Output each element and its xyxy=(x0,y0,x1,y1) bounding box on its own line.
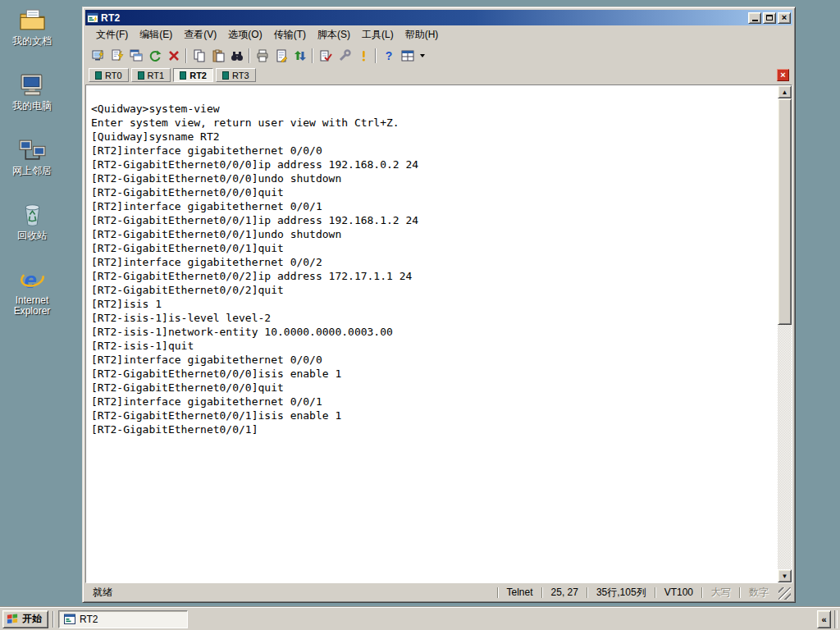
terminal-line: [Quidway]sysname RT2 xyxy=(91,130,778,144)
session-status-icon xyxy=(138,71,144,80)
toolbar-overflow-button[interactable] xyxy=(417,47,427,65)
session-tab[interactable]: RT1 xyxy=(131,68,171,82)
resize-grip[interactable] xyxy=(778,587,791,600)
terminal-line: [RT2]interface gigabitethernet 0/0/0 xyxy=(91,353,778,367)
session-status-icon xyxy=(180,71,186,80)
session-tab[interactable]: RT3 xyxy=(216,68,256,82)
desktop-icon-my-computer[interactable]: 我的电脑 xyxy=(5,71,59,112)
connect-button[interactable] xyxy=(89,47,107,65)
taskbar-separator xyxy=(52,611,54,628)
global-options-button[interactable] xyxy=(335,47,354,65)
file-transfer-button[interactable] xyxy=(290,47,309,65)
maximize-icon xyxy=(766,15,773,21)
menu-item[interactable]: 工具(L) xyxy=(356,26,399,43)
menu-item[interactable]: 文件(F) xyxy=(90,26,134,43)
chevron-left-icon: « xyxy=(821,614,826,624)
recycle-bin-icon xyxy=(19,201,46,228)
windows-logo-icon xyxy=(7,613,19,625)
disconnect-button[interactable] xyxy=(164,47,183,65)
vertical-scrollbar[interactable]: ▲ ▼ xyxy=(778,85,792,582)
scroll-up-button[interactable]: ▲ xyxy=(778,85,792,98)
close-button[interactable]: × xyxy=(778,12,791,24)
network-places-icon xyxy=(19,136,46,163)
scrollbar-track[interactable] xyxy=(778,98,792,569)
menu-item[interactable]: 查看(V) xyxy=(178,26,222,43)
terminal-line: [RT2-GigabitEthernet0/0/1]undo shutdown xyxy=(91,227,778,241)
copy-button[interactable] xyxy=(189,47,208,65)
my-computer-icon xyxy=(19,71,46,98)
toolbar-separator xyxy=(249,48,250,63)
desktop-icon-label: 回收站 xyxy=(17,231,47,241)
menu-item[interactable]: 选项(O) xyxy=(222,26,267,43)
disconnect-icon xyxy=(167,49,180,62)
menu-item[interactable]: 帮助(H) xyxy=(399,26,445,43)
status-message: 就绪 xyxy=(85,586,497,600)
terminal-line: <Quidway>system-view xyxy=(91,102,778,116)
new-window-icon xyxy=(130,49,143,62)
session-options-button[interactable] xyxy=(316,47,335,65)
print-button[interactable] xyxy=(253,47,272,65)
internet-explorer-icon: e xyxy=(19,266,46,293)
tab-label: RT3 xyxy=(232,71,249,80)
toolbar-separator xyxy=(375,48,377,63)
reconnect-button[interactable] xyxy=(145,47,164,65)
log-session-button[interactable] xyxy=(272,47,290,65)
session-tab[interactable]: RT2 xyxy=(173,68,213,82)
terminal-line: [RT2-isis-1]network-entity 10.0000.0000.… xyxy=(91,325,778,339)
terminal-line: [RT2-GigabitEthernet0/0/0]ip address 192… xyxy=(91,158,778,171)
windows-button[interactable] xyxy=(398,47,417,65)
desktop-icon-label: Internet Explorer xyxy=(5,295,59,317)
menu-item[interactable]: 脚本(S) xyxy=(312,26,356,43)
desktop-icon-label: 我的电脑 xyxy=(12,101,52,112)
terminal-line: [RT2-isis-1]quit xyxy=(91,339,778,353)
terminal-line: [RT2-GigabitEthernet0/0/1]ip address 192… xyxy=(91,213,778,227)
minimize-button[interactable] xyxy=(748,12,761,24)
scrollbar-thumb[interactable] xyxy=(778,98,792,325)
desktop-icon-internet-explorer[interactable]: e Internet Explorer xyxy=(5,266,59,317)
desktop-icon-label: 我的文档 xyxy=(12,36,52,47)
terminal-window: RT2 × 文件(F)编辑(E)查看(V)选项(O)传输(T)脚本(S)工具(L… xyxy=(82,7,796,603)
terminal-line: [RT2-isis-1]is-level level-2 xyxy=(91,311,778,325)
terminal-output[interactable]: <Quidway>system-viewEnter system view, r… xyxy=(86,85,778,582)
terminal-line: [RT2]interface gigabitethernet 0/0/2 xyxy=(91,255,778,269)
terminal-app-icon xyxy=(87,12,98,24)
desktop-icon-my-documents[interactable]: 我的文档 xyxy=(5,7,59,47)
start-button[interactable]: 开始 xyxy=(2,610,48,628)
terminal-client-area: <Quidway>system-viewEnter system view, r… xyxy=(85,84,792,583)
paste-button[interactable] xyxy=(208,47,227,65)
tab-label: RT0 xyxy=(105,71,122,80)
help-button[interactable]: ? xyxy=(379,47,398,65)
taskbar-chevron-button[interactable]: « xyxy=(817,610,831,628)
help-icon: ? xyxy=(382,49,395,62)
file-transfer-icon xyxy=(294,49,307,62)
taskbar-task-rt2[interactable]: RT2 xyxy=(58,610,188,628)
terminal-line: [RT2]interface gigabitethernet 0/0/1 xyxy=(91,395,778,409)
close-tab-button[interactable]: × xyxy=(777,69,789,81)
global-options-icon xyxy=(338,49,351,62)
new-window-button[interactable] xyxy=(126,47,145,65)
title-bar[interactable]: RT2 × xyxy=(85,10,792,25)
terminal-line: [RT2-GigabitEthernet0/0/2]ip address 172… xyxy=(91,269,778,283)
scroll-up-icon: ▲ xyxy=(782,89,788,96)
chevron-down-icon xyxy=(420,54,425,57)
session-options-icon xyxy=(319,49,332,62)
menu-item[interactable]: 编辑(E) xyxy=(134,26,178,43)
alert-button[interactable] xyxy=(354,47,372,65)
terminal-line: [RT2-GigabitEthernet0/0/0]quit xyxy=(91,185,778,199)
quick-connect-button[interactable] xyxy=(107,47,126,65)
toolbar-separator xyxy=(312,48,313,63)
desktop-icon-network-places[interactable]: 网上邻居 xyxy=(5,136,59,176)
menu-item[interactable]: 传输(T) xyxy=(268,26,312,43)
status-caps-indicator: 大写 xyxy=(703,586,739,600)
find-button[interactable] xyxy=(227,47,246,65)
tray-edge xyxy=(834,610,838,628)
reconnect-icon xyxy=(148,49,162,62)
maximize-button[interactable] xyxy=(763,12,776,24)
taskbar: 开始 RT2 « xyxy=(0,607,840,630)
session-tab[interactable]: RT0 xyxy=(89,68,129,82)
desktop-icon-recycle-bin[interactable]: 回收站 xyxy=(5,201,59,241)
task-terminal-icon xyxy=(64,614,75,625)
find-icon xyxy=(231,49,244,62)
scroll-down-button[interactable]: ▼ xyxy=(778,569,792,582)
terminal-line: Enter system view, return user view with… xyxy=(91,116,778,130)
